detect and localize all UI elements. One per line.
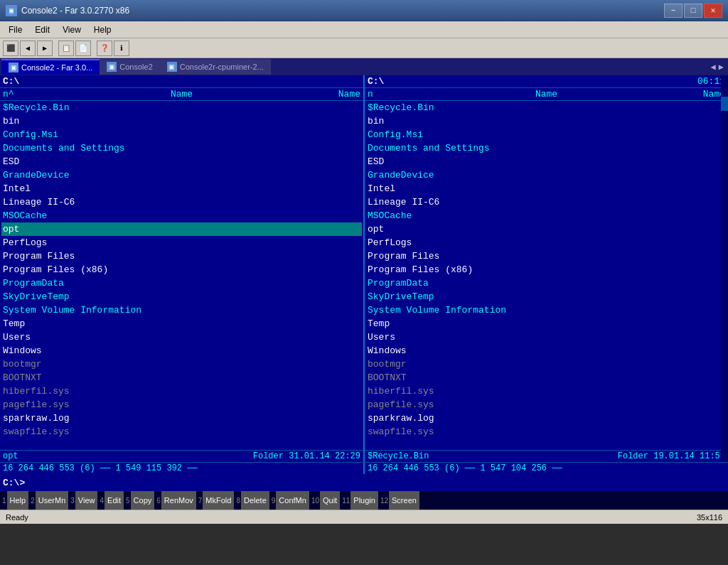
fkey-7-label: MkFold xyxy=(203,491,234,510)
list-item[interactable]: System Volume Information xyxy=(1,303,362,317)
fkey-11-label: Plugin xyxy=(350,491,378,510)
list-item[interactable]: $Recycle.Bin xyxy=(366,101,727,114)
list-item[interactable]: bin xyxy=(366,114,727,128)
command-line: C:\> xyxy=(0,474,728,491)
list-item[interactable]: BOOTNXT xyxy=(1,371,362,384)
right-col3-header: Name xyxy=(606,88,727,100)
minimize-button[interactable]: − xyxy=(664,4,682,18)
list-item[interactable]: bootmgr xyxy=(366,357,727,371)
list-item[interactable]: MSOCache xyxy=(366,209,727,222)
fkey-2-label: UserMn xyxy=(36,491,69,510)
list-item[interactable]: Program Files (x86) xyxy=(366,263,727,276)
list-item[interactable]: ProgramData xyxy=(366,276,727,290)
list-item[interactable]: Config.Msi xyxy=(366,128,727,141)
list-item[interactable]: ProgramData xyxy=(1,276,362,290)
list-item[interactable]: Config.Msi xyxy=(1,128,362,141)
fkey-2[interactable]: 2UserMn xyxy=(28,491,68,510)
list-item[interactable]: Intel xyxy=(1,182,362,195)
list-item[interactable]: $Recycle.Bin xyxy=(1,101,362,114)
list-item[interactable]: swapfile.sys xyxy=(366,425,727,438)
tab-prev[interactable]: ◀ xyxy=(711,62,716,72)
console-area: C:\ n^ Name Name $Recycle.BinbinConfig.M… xyxy=(0,75,728,491)
left-panel-path: C:\ xyxy=(3,76,19,87)
fkey-11[interactable]: 11Plugin xyxy=(340,491,378,510)
toolbar-btn-3[interactable]: ▶ xyxy=(37,41,53,56)
maximize-button[interactable]: □ xyxy=(684,4,702,18)
menu-file[interactable]: File xyxy=(3,23,28,36)
fkey-7[interactable]: 7MkFold xyxy=(196,491,235,510)
right-disk-bar: 16 264 446 553 (6) —— 1 547 104 256 —— xyxy=(365,463,728,474)
fkey-4[interactable]: 4Edit xyxy=(97,491,124,510)
list-item[interactable]: sparkraw.log xyxy=(366,411,727,425)
list-item[interactable]: GrandeDevice xyxy=(366,168,727,182)
list-item[interactable]: swapfile.sys xyxy=(1,425,362,438)
list-item[interactable]: Lineage II-C6 xyxy=(1,195,362,209)
list-item[interactable]: GrandeDevice xyxy=(1,168,362,182)
list-item[interactable]: Users xyxy=(1,330,362,344)
list-item[interactable]: Lineage II-C6 xyxy=(366,195,727,209)
tab-2[interactable]: ▣ Console2 xyxy=(100,59,159,75)
fkey-4-label: Edit xyxy=(105,491,124,510)
list-item[interactable]: SkyDriveTemp xyxy=(366,290,727,303)
list-item[interactable]: sparkraw.log xyxy=(1,411,362,425)
close-button[interactable]: ✕ xyxy=(704,4,722,18)
list-item[interactable]: Program Files (x86) xyxy=(1,263,362,276)
list-item[interactable]: pagefile.sys xyxy=(1,398,362,411)
fkey-8[interactable]: 8Delete xyxy=(234,491,269,510)
fkey-2-number: 2 xyxy=(28,497,36,505)
toolbar-btn-2[interactable]: ◀ xyxy=(20,41,36,56)
list-item[interactable]: Documents and Settings xyxy=(1,141,362,155)
toolbar-btn-5[interactable]: 📄 xyxy=(75,41,91,56)
list-item[interactable]: pagefile.sys xyxy=(366,398,727,411)
right-col1-header: n xyxy=(366,88,487,100)
list-item[interactable]: hiberfil.sys xyxy=(1,384,362,398)
list-item[interactable]: opt xyxy=(1,222,362,236)
list-item[interactable]: ESD xyxy=(1,155,362,168)
menu-view[interactable]: View xyxy=(57,23,87,36)
list-item[interactable]: System Volume Information xyxy=(366,303,727,317)
toolbar-btn-6[interactable]: ❓ xyxy=(97,41,112,56)
list-item[interactable]: BOOTNXT xyxy=(366,371,727,384)
tab-1[interactable]: ▣ Console2 - Far 3.0... xyxy=(1,59,100,75)
fkey-5[interactable]: 5Copy xyxy=(124,491,154,510)
toolbar-btn-7[interactable]: ℹ xyxy=(114,41,129,56)
scrollbar-thumb[interactable] xyxy=(721,97,728,111)
cmd-input[interactable] xyxy=(28,478,725,488)
list-item[interactable]: hiberfil.sys xyxy=(366,384,727,398)
list-item[interactable]: bin xyxy=(1,114,362,128)
menu-edit[interactable]: Edit xyxy=(29,23,55,36)
fkey-9[interactable]: 9ConfMn xyxy=(269,491,309,510)
fkey-9-label: ConfMn xyxy=(276,491,309,510)
right-scrollbar[interactable] xyxy=(721,75,728,462)
fkey-12[interactable]: 12Screen xyxy=(378,491,419,510)
list-item[interactable]: ESD xyxy=(366,155,727,168)
list-item[interactable]: Windows xyxy=(1,344,362,357)
fkey-6[interactable]: 6RenMov xyxy=(154,491,196,510)
list-item[interactable]: PerfLogs xyxy=(1,236,362,249)
toolbar-btn-4[interactable]: 📋 xyxy=(58,41,74,56)
fkey-9-number: 9 xyxy=(269,497,277,505)
list-item[interactable]: Program Files xyxy=(1,249,362,263)
list-item[interactable]: Intel xyxy=(366,182,727,195)
list-item[interactable]: MSOCache xyxy=(1,209,362,222)
list-item[interactable]: opt xyxy=(366,222,727,236)
right-panel-path: C:\ xyxy=(368,76,384,87)
tab-3[interactable]: ▣ Console2r-cpuminer-2... xyxy=(160,59,271,75)
menu-help[interactable]: Help xyxy=(88,23,117,36)
list-item[interactable]: Temp xyxy=(366,317,727,330)
list-item[interactable]: Windows xyxy=(366,344,727,357)
list-item[interactable]: SkyDriveTemp xyxy=(1,290,362,303)
tab-next[interactable]: ▶ xyxy=(719,62,724,72)
toolbar-btn-1[interactable]: ⬛ xyxy=(3,41,18,56)
list-item[interactable]: Temp xyxy=(1,317,362,330)
list-item[interactable]: bootmgr xyxy=(1,357,362,371)
list-item[interactable]: Users xyxy=(366,330,727,344)
tab-3-icon: ▣ xyxy=(167,62,177,72)
list-item[interactable]: PerfLogs xyxy=(366,236,727,249)
list-item[interactable]: Documents and Settings xyxy=(366,141,727,155)
fkey-3[interactable]: 3View xyxy=(68,491,97,510)
fkey-10[interactable]: 10Quit xyxy=(309,491,340,510)
list-item[interactable]: Program Files xyxy=(366,249,727,263)
fkey-1[interactable]: 1Help xyxy=(0,491,28,510)
tab-2-icon: ▣ xyxy=(107,62,117,72)
